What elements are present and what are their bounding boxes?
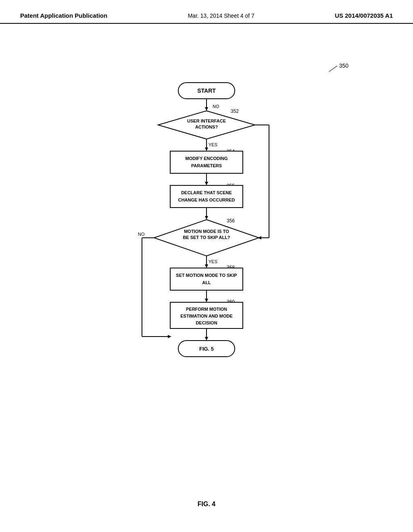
header-right: US 2014/0072035 A1 bbox=[335, 12, 393, 19]
svg-text:SET MOTION MODE TO SKIP: SET MOTION MODE TO SKIP bbox=[176, 273, 237, 278]
svg-marker-17 bbox=[205, 182, 208, 185]
svg-marker-41 bbox=[205, 299, 208, 302]
svg-marker-3 bbox=[205, 107, 208, 111]
svg-rect-19 bbox=[170, 185, 243, 208]
svg-marker-54 bbox=[258, 236, 261, 239]
svg-text:FIG. 5: FIG. 5 bbox=[199, 346, 214, 352]
svg-text:MODIFY ENCODING: MODIFY ENCODING bbox=[186, 156, 228, 161]
svg-text:START: START bbox=[197, 87, 216, 94]
svg-text:356: 356 bbox=[227, 218, 235, 224]
svg-rect-13 bbox=[170, 151, 243, 173]
svg-text:YES: YES bbox=[209, 259, 217, 264]
svg-text:MOTION MODE IS TO: MOTION MODE IS TO bbox=[184, 229, 229, 234]
svg-text:ESTIMATION AND MODE: ESTIMATION AND MODE bbox=[180, 314, 233, 318]
svg-text:YES: YES bbox=[209, 142, 217, 147]
svg-marker-48 bbox=[205, 337, 208, 341]
svg-text:ACTIONS?: ACTIONS? bbox=[195, 125, 218, 129]
reference-350: 350 bbox=[339, 62, 348, 69]
header-left: Patent Application Publication bbox=[20, 12, 107, 19]
page-header: Patent Application Publication Mar. 13, … bbox=[0, 0, 413, 24]
svg-text:352: 352 bbox=[231, 108, 239, 114]
svg-text:NO: NO bbox=[213, 104, 219, 109]
svg-rect-37 bbox=[170, 268, 243, 290]
figure-caption: FIG. 4 bbox=[198, 501, 215, 508]
svg-text:PERFORM MOTION: PERFORM MOTION bbox=[186, 307, 227, 312]
svg-marker-23 bbox=[205, 216, 208, 220]
flowchart-diagram: START 352 NO USER INTERFACE ACTIONS? YES… bbox=[130, 79, 283, 443]
flowchart-svg: START 352 NO USER INTERFACE ACTIONS? YES… bbox=[130, 79, 283, 441]
svg-text:DECISION: DECISION bbox=[196, 320, 217, 325]
svg-text:NO: NO bbox=[138, 232, 145, 237]
svg-text:USER INTERFACE: USER INTERFACE bbox=[187, 118, 226, 123]
svg-text:CHANGE HAS OCCURRED: CHANGE HAS OCCURRED bbox=[178, 197, 235, 202]
svg-marker-10 bbox=[205, 148, 208, 151]
svg-marker-34 bbox=[205, 264, 208, 268]
header-center: Mar. 13, 2014 Sheet 4 of 7 bbox=[188, 12, 254, 19]
svg-text:PARAMETERS: PARAMETERS bbox=[191, 163, 222, 168]
svg-marker-32 bbox=[168, 335, 171, 338]
svg-text:DECLARE THAT SCENE: DECLARE THAT SCENE bbox=[181, 190, 232, 195]
svg-text:ALL: ALL bbox=[202, 280, 211, 285]
svg-text:BE SET TO SKIP ALL?: BE SET TO SKIP ALL? bbox=[183, 235, 230, 240]
